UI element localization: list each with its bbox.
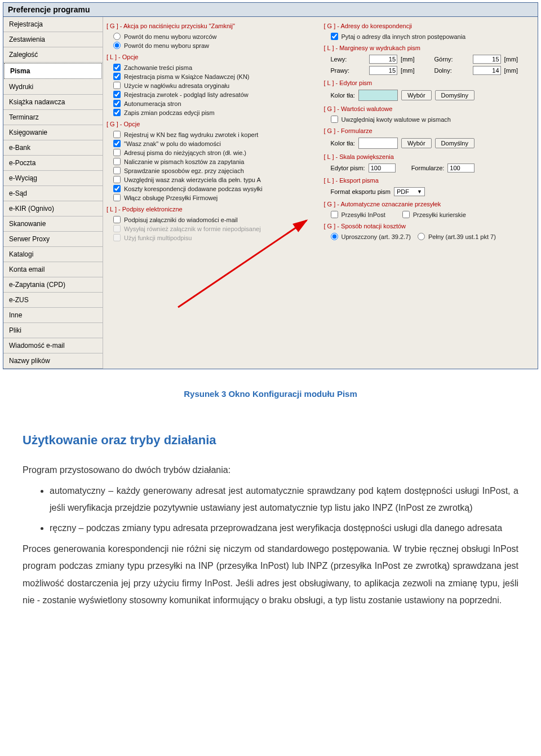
document-body: Rysunek 3 Okno Konfiguracji modułu Pism … <box>23 386 518 609</box>
eksport-select[interactable]: PDF ▼ <box>394 187 425 196</box>
sidebar-item-17[interactable]: e-Zapytania (CPD) <box>3 277 103 293</box>
sidebar-item-14[interactable]: Serwer Proxy <box>3 232 103 247</box>
chk-sprawdzanie-egz[interactable]: Sprawdzanie sposobów egz. przy zajęciach <box>113 167 317 174</box>
chk-autonumeracja[interactable]: Autonumeracja stron <box>113 100 317 107</box>
sidebar-item-6[interactable]: Terminarz <box>3 110 103 125</box>
group-opcje-g-title: [ G ] - Opcje <box>105 118 318 129</box>
paragraph-body: Proces generowania korespondencji nie ró… <box>23 541 518 609</box>
chk-multipodpis: Użyj funkcji multipodpisu <box>113 234 317 241</box>
edytor-domyslny-button[interactable]: Domyślny <box>435 90 475 100</box>
skala-form-label: Formularze: <box>411 165 445 171</box>
eksport-label: Format eksportu pism <box>331 188 391 195</box>
list-item: ręczny – podczas zmiany typu adresata pr… <box>50 520 518 537</box>
lewy-input[interactable] <box>369 55 397 64</box>
sidebar-item-10[interactable]: e-Wyciąg <box>3 171 103 186</box>
sidebar-item-3[interactable]: Pisma <box>4 63 102 79</box>
list-item: automatyczny – każdy generowany adresat … <box>50 483 518 517</box>
unit-dolny: [mm] <box>504 67 534 74</box>
formularze-kolor-label: Kolor tła: <box>331 140 355 147</box>
chk-koszty-korespondencji[interactable]: Koszty korespondencji dodawane podczas w… <box>113 185 317 192</box>
radio-pelny[interactable]: Pełny (art.39 ust.1 pkt 7) <box>418 233 496 240</box>
section-heading: Użytkowanie oraz tryby działania <box>23 428 518 452</box>
prawy-input[interactable] <box>369 66 397 75</box>
formularze-color-swatch <box>358 138 398 149</box>
group-marginesy-title: [ L ] - Marginesy w wydrukach pism <box>323 42 536 52</box>
chk-pytaj-adresy[interactable]: Pytaj o adresy dla innych stron postępow… <box>331 33 535 40</box>
sidebar-item-0[interactable]: Rejestracja <box>3 17 103 32</box>
group-walutowe-title: [ G ] - Wartości walutowe <box>323 103 536 113</box>
group-zamknij-title: [ G ] - Akcja po naciśnięciu przycisku "… <box>105 20 318 30</box>
right-column: [ G ] - Adresy do korespondencji Pytaj o… <box>323 20 536 352</box>
sidebar-item-20[interactable]: Pliki <box>3 323 103 338</box>
lewy-label: Lewy: <box>331 56 366 63</box>
chk-rejestruj-bez-flag[interactable]: Rejestruj w KN bez flag wydruku zwrotek … <box>113 131 317 138</box>
unit-lewy: [mm] <box>401 56 431 63</box>
skala-edytor-input[interactable] <box>369 163 396 173</box>
sidebar-item-16[interactable]: Konta email <box>3 262 103 277</box>
chk-przesylka-firmowa[interactable]: Włącz obsługę Przesyłki Firmowej <box>113 194 317 201</box>
group-eksport-title: [ L ] - Eksport pisma <box>323 175 536 185</box>
prawy-label: Prawy: <box>331 67 366 74</box>
unit-prawy: [mm] <box>401 67 431 74</box>
sidebar-item-13[interactable]: Skanowanie <box>3 216 103 232</box>
skala-edytor-label: Edytor pism: <box>331 165 365 171</box>
sidebar-item-4[interactable]: Wydruki <box>3 79 103 95</box>
chk-zapis-zmian[interactable]: Zapis zmian podczas edycji pism <box>113 109 317 116</box>
skala-form-input[interactable] <box>447 163 475 173</box>
chk-uwzglednij-wierzyciela[interactable]: Uwzględnij wasz znak wierzyciela dla peł… <box>113 176 317 183</box>
figure-caption: Rysunek 3 Okno Konfiguracji modułu Pism <box>23 386 518 403</box>
chk-zachowanie-tresci[interactable]: Zachowanie treści pisma <box>113 64 317 71</box>
window-title: Preferencje programu <box>3 3 538 17</box>
chk-uzycie-naglowku[interactable]: Użycie w nagłówku adresata oryginału <box>113 82 317 89</box>
sidebar-item-9[interactable]: e-Poczta <box>3 156 103 171</box>
sidebar-item-2[interactable]: Zaległość <box>3 47 103 63</box>
sidebar-item-5[interactable]: Książka nadawcza <box>3 95 103 110</box>
chk-adresuj-niezyjacych[interactable]: Adresuj pisma do nieżyjących stron (dł. … <box>113 149 317 156</box>
sidebar-item-1[interactable]: Zestawienia <box>3 32 103 47</box>
unit-gorny: [mm] <box>504 56 534 63</box>
chk-naliczanie-kosztow[interactable]: Naliczanie w pismach kosztów za zapytani… <box>113 158 317 165</box>
edytor-wybor-button[interactable]: Wybór <box>401 90 432 100</box>
radio-uproszczony[interactable]: Uproszczony (art. 39.2.7) <box>331 233 411 240</box>
group-opcje-l-title: [ L ] - Opcje <box>105 51 318 61</box>
chk-kwoty-walutowe[interactable]: Uwzględniaj kwoty walutowe w pismach <box>331 116 535 123</box>
preferences-window: Preferencje programu RejestracjaZestawie… <box>3 2 538 369</box>
group-edytor-title: [ L ] - Edytor pism <box>323 77 536 87</box>
sidebar: RejestracjaZestawieniaZaległośćPismaWydr… <box>3 17 103 369</box>
sidebar-item-19[interactable]: Inne <box>3 308 103 323</box>
chk-rejestracja-kn[interactable]: Rejestracja pisma w Książce Nadawczej (K… <box>113 73 317 80</box>
sidebar-item-7[interactable]: Księgowanie <box>3 125 103 140</box>
formularze-wybor-button[interactable]: Wybór <box>401 138 432 148</box>
radio-powrot-wzorcow[interactable]: Powrót do menu wyboru wzorców <box>113 33 317 40</box>
group-podpisy-title: [ L ] - Podpisy elektroniczne <box>105 204 318 214</box>
sidebar-item-22[interactable]: Nazwy plików <box>3 353 103 369</box>
group-skala-title: [ L ] - Skala powiększenia <box>323 151 536 161</box>
sidebar-item-8[interactable]: e-Bank <box>3 140 103 156</box>
dolny-input[interactable] <box>473 66 501 75</box>
gorny-label: Górny: <box>434 56 469 63</box>
chk-wysylaj-niepodpisane: Wysyłaj również załącznik w formie niepo… <box>113 225 317 232</box>
sidebar-item-12[interactable]: e-KIR (Ognivo) <box>3 201 103 216</box>
left-column: [ G ] - Akcja po naciśnięciu przycisku "… <box>105 20 318 352</box>
chk-wasz-znak[interactable]: "Wasz znak" w polu do wiadomości <box>113 140 317 147</box>
radio-powrot-spraw[interactable]: Powrót do menu wyboru spraw <box>113 42 317 49</box>
chk-podpisuj-zalaczniki[interactable]: Podpisuj załączniki do wiadomości e-mail <box>113 216 317 223</box>
chk-przesylki-kurierskie[interactable]: Przesyłki kurierskie <box>402 211 466 218</box>
sidebar-item-18[interactable]: e-ZUS <box>3 293 103 308</box>
group-notacja-title: [ G ] - Sposób notacji kosztów <box>323 220 536 231</box>
sidebar-item-11[interactable]: e-Sąd <box>3 186 103 201</box>
sidebar-item-15[interactable]: Katalogi <box>3 247 103 262</box>
edytor-color-swatch <box>358 90 398 101</box>
group-formularze-title: [ G ] - Formularze <box>323 125 536 135</box>
chk-przesylki-inpost[interactable]: Przesyłki InPost <box>331 211 385 218</box>
modes-list: automatyczny – każdy generowany adresat … <box>23 483 518 537</box>
chk-rejestracja-zwrotek[interactable]: Rejestracja zwrotek - podgląd listy adre… <box>113 91 317 98</box>
sidebar-item-21[interactable]: Wiadomość e-mail <box>3 338 103 353</box>
dolny-label: Dolny: <box>434 67 469 74</box>
paragraph-intro: Program przystosowano do dwóch trybów dz… <box>23 462 518 479</box>
gorny-input[interactable] <box>473 55 501 64</box>
chevron-down-icon: ▼ <box>417 189 422 194</box>
group-auto-title: [ G ] - Automatyczne oznaczanie przesyłe… <box>323 198 536 209</box>
group-adresy-title: [ G ] - Adresy do korespondencji <box>323 20 536 30</box>
formularze-domyslny-button[interactable]: Domyślny <box>435 138 475 148</box>
